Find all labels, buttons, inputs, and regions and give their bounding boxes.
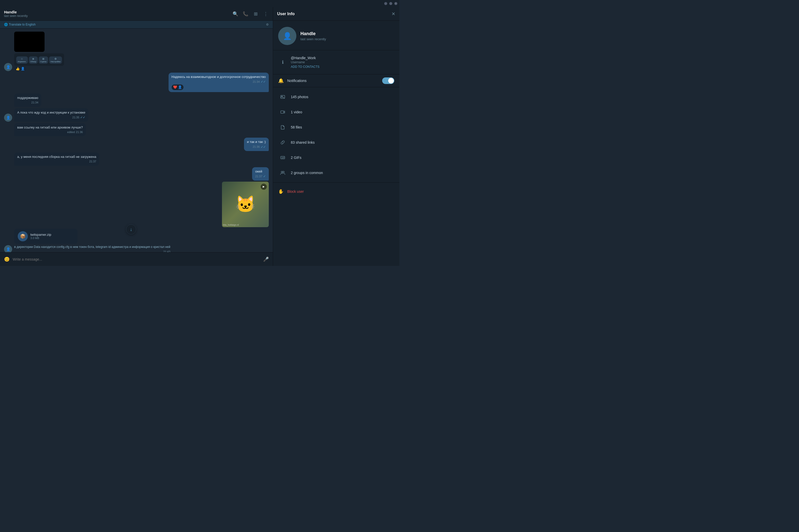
user-profile-status: last seen recently: [300, 37, 326, 41]
message-meta: edited 21:36: [17, 130, 83, 134]
message-bubble: вам ссылку на гитхаб или архивом лучше? …: [14, 123, 86, 136]
reaction-row: ❤️ 👤: [172, 84, 266, 90]
notifications-toggle[interactable]: [382, 77, 394, 84]
message-bubble: и так и так :) 21:36 ✓✓: [244, 138, 269, 151]
message-meta: 21:36 ✓✓: [247, 145, 266, 149]
emoji-icon[interactable]: 😊: [4, 256, 10, 262]
cat-watermark-text: kita_holdaign.nl: [223, 224, 239, 226]
message-input[interactable]: [13, 257, 260, 261]
cat-image: 🐱 ▶ kita_holdaign.nl: [222, 182, 269, 227]
app-icon-settings: ⚙Настройки: [49, 56, 62, 64]
bubble-content: ☆Изранен. ⊕Обзор ⊞Сцены ⚙Настройки: [14, 32, 64, 71]
panel-header: User Info ✕: [273, 7, 400, 21]
message-meta: 21:37: [17, 159, 96, 164]
video-preview: [14, 32, 44, 52]
table-row: поддерживаю 21:34: [4, 94, 269, 107]
message-bubble: поддерживаю 21:34: [14, 94, 41, 107]
table-row: окей 21:37 ✓ 🐱 ▶ kita_holdaign.nl: [4, 167, 269, 227]
shared-links-row[interactable]: 83 shared links: [273, 135, 400, 150]
files-icon: [278, 123, 287, 132]
message-time: 21:37: [255, 174, 262, 178]
file-info: twitspamer.zip 3.0 MB: [30, 233, 74, 240]
avatar: 👤: [4, 63, 12, 71]
video-label: 1 video: [291, 110, 394, 114]
app-icon-scenes: ⊞Сцены: [39, 56, 48, 64]
message-bubble: А пока что жду код и инструкции к устано…: [14, 108, 88, 122]
shared-links-label: 83 shared links: [291, 140, 394, 145]
message-bubble: а, у меня последняя сборка на гитхаб не …: [14, 153, 99, 166]
groups-label: 2 groups in common: [291, 171, 394, 175]
edited-label: edited: [67, 130, 75, 134]
message-text: вам ссылку на гитхаб или архивом лучше?: [17, 126, 83, 129]
read-checkmark: ✓✓: [80, 115, 85, 120]
gifs-label: 2 GIFs: [291, 156, 394, 159]
avatar: 👤: [4, 245, 12, 252]
video-row[interactable]: 1 video: [273, 104, 400, 120]
gifs-row[interactable]: GIF 2 GIFs: [273, 150, 400, 165]
message-time: 21:43: [163, 250, 170, 252]
minimize-button[interactable]: ─: [384, 2, 387, 5]
titlebar: ─ □ ✕: [0, 0, 400, 7]
read-checkmark: ✓✓: [261, 80, 266, 84]
read-checkmark: ✓✓: [261, 145, 266, 149]
more-options-icon[interactable]: ⋮: [263, 11, 269, 17]
sidebar-toggle-icon[interactable]: ⊞: [253, 11, 259, 17]
app-body: Handle last seen recently 🔍 📞 ⊞ ⋮ 🌐 Tran…: [0, 7, 400, 266]
call-icon[interactable]: 📞: [242, 11, 248, 17]
message-text: Надеюсь на взаимовыгодное и долгосрочное…: [172, 75, 266, 79]
reaction-row: 👍 👤: [14, 66, 64, 71]
video-icon: [278, 108, 287, 117]
message-text: А пока что жду код и инструкции к устано…: [17, 111, 85, 114]
block-user-row[interactable]: ✋ Block user: [273, 186, 400, 197]
notifications-icon: 🔔: [278, 78, 284, 83]
messages-container[interactable]: 👤 ☆Изранен. ⊕Обзор ⊞Сцены: [0, 28, 273, 252]
table-row: и так и так :) 21:36 ✓✓: [4, 138, 269, 151]
maximize-button[interactable]: □: [389, 2, 392, 5]
username-label: Username: [291, 60, 394, 64]
files-row[interactable]: 58 files: [273, 120, 400, 135]
groups-icon: [278, 168, 287, 177]
block-user-label: Block user: [287, 189, 304, 193]
table-row: Надеюсь на взаимовыгодное и долгосрочное…: [4, 73, 269, 92]
message-text: а, у меня последняя сборка на гитхаб не …: [17, 155, 96, 158]
chat-name: Handle: [4, 10, 233, 14]
photos-icon: [278, 92, 287, 101]
block-icon: ✋: [278, 189, 284, 194]
groups-row[interactable]: 2 groups in common: [273, 165, 400, 180]
toggle-knob: [388, 78, 394, 83]
chat-header-info: Handle last seen recently: [4, 10, 233, 18]
file-message-group: 📦 twitspamer.zip 3.0 MB в директории Dat…: [14, 229, 170, 252]
gifs-icon: GIF: [278, 153, 287, 162]
translate-icon: 🌐: [4, 23, 8, 26]
username-row[interactable]: ℹ @Handle_Work Username ADD TO CONTACTS: [273, 53, 400, 71]
message-text: и так и так :): [247, 140, 266, 144]
file-name: twitspamer.zip: [30, 233, 74, 236]
notifications-label: Notifications: [287, 79, 382, 83]
app-icon-favorites: ☆Изранен.: [16, 56, 28, 64]
notification-bar: 🌐 Translate to English ⚙: [0, 21, 273, 28]
photos-row[interactable]: 145 photos: [273, 89, 400, 104]
translate-label: Translate to English: [9, 23, 36, 26]
message-text: поддерживаю: [17, 96, 38, 100]
message-time: 21:36: [253, 145, 260, 149]
user-avatar: 👤: [278, 27, 296, 45]
notification-bar-close[interactable]: ⚙: [266, 23, 269, 26]
app-icon-row: ☆Изранен. ⊕Обзор ⊞Сцены ⚙Настройки: [16, 56, 62, 64]
close-button[interactable]: ✕: [394, 2, 397, 5]
chat-header: Handle last seen recently 🔍 📞 ⊞ ⋮: [0, 7, 273, 21]
user-profile-info: Handle last seen recently: [300, 31, 326, 41]
translate-button[interactable]: 🌐 Translate to English: [4, 23, 36, 26]
app-preview: ☆Изранен. ⊕Обзор ⊞Сцены ⚙Настройки: [14, 53, 64, 66]
table-row: 👤 А пока что жду код и инструкции к уста…: [4, 108, 269, 122]
table-row: а, у меня последняя сборка на гитхаб не …: [4, 153, 269, 166]
panel-close-button[interactable]: ✕: [392, 11, 395, 17]
add-to-contacts-button[interactable]: ADD TO CONTACTS: [291, 65, 394, 69]
microphone-icon[interactable]: 🎤: [263, 256, 269, 262]
notifications-row: 🔔 Notifications: [273, 74, 400, 87]
chat-area: Handle last seen recently 🔍 📞 ⊞ ⋮ 🌐 Tran…: [0, 7, 273, 266]
scroll-to-bottom-button[interactable]: ↓: [126, 224, 136, 234]
files-label: 58 files: [291, 125, 394, 129]
search-icon[interactable]: 🔍: [233, 11, 238, 17]
svg-point-6: [283, 171, 284, 173]
play-icon[interactable]: ▶: [261, 184, 267, 190]
